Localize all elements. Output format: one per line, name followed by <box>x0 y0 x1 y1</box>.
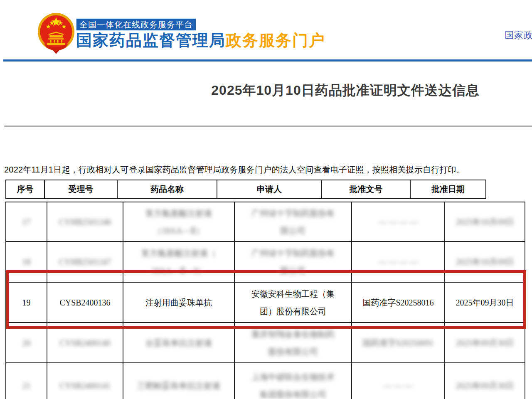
table-cell: 三靶帕妥珠单抗注射液 <box>123 363 234 399</box>
table-cell: — — — — <box>352 241 445 282</box>
national-platform-link[interactable]: 国家政务服务平台 <box>505 29 532 42</box>
table-cell: 安徽安科生物工程（集团）股份有限公司 <box>234 282 352 323</box>
table-cell: 复方氨基酸注射液（18AA—Ⅱ—9） <box>123 241 234 282</box>
table-row: 21CYSB2400141三靶帕妥珠单抗注射液上海中硕联合生物技术集团股份有限公… <box>6 363 525 399</box>
table-row-highlighted: 19CYSB2400136注射用曲妥珠单抗安徽安科生物工程（集团）股份有限公司国… <box>6 282 525 323</box>
table-cell: CYHB2501246 <box>47 202 123 241</box>
table-cell: 2025年10月09日 <box>445 202 525 241</box>
table-cell: 18 <box>6 241 47 282</box>
table-cell: CYHB2501247 <box>47 241 123 282</box>
agency-name: 国家药品监督管理局 <box>76 32 226 49</box>
table-cell: 广州绿十字制药股份有限公司 <box>234 202 352 241</box>
table-cell: 国药准字S20258016 <box>352 282 445 323</box>
table-cell: 上海中硕联合生物技术集团股份有限公司 <box>234 363 352 399</box>
table-cell: 重庆智翔金泰生物制药股份有限公司 <box>234 323 352 363</box>
column-header: 受理号 <box>44 180 117 199</box>
table-cell: 21 <box>6 363 47 399</box>
table-cell: 复方氨基酸注射液（18AA—Ⅱ） <box>123 202 234 241</box>
table-cell: 2025年09月30日 <box>445 323 525 363</box>
page: 全国一体化在线政务服务平台 国家药品监督管理局政务服务门户 国家政务服务平台 2… <box>0 0 532 399</box>
column-header: 药品名称 <box>117 180 217 199</box>
table-cell: 国药准字S20250091 <box>352 323 445 363</box>
table-cell: CYSB2400141 <box>47 363 123 399</box>
table-cell: CYSB2400140 <box>47 323 123 363</box>
approval-table: 17CYHB2501246复方氨基酸注射液（18AA—Ⅱ）广州绿十字制药股份有限… <box>5 202 525 399</box>
table-cell: 2025年09月30日 <box>445 363 525 399</box>
column-header: 批准文号 <box>322 180 410 199</box>
header-divider <box>3 59 532 62</box>
table-cell: 19 <box>6 282 47 323</box>
table-cell: CYSB2400136 <box>47 282 123 323</box>
page-title: 2025年10月10日药品批准证明文件送达信息 <box>0 81 532 100</box>
table-cell: — — — — <box>352 202 445 241</box>
notice-text: 2022年11月1日起，行政相对人可登录国家药品监督管理局政务服务门户的法人空间… <box>4 164 528 175</box>
table-cell: 2025年09月30日 <box>445 282 525 323</box>
column-header: 序号 <box>6 180 44 199</box>
column-header: 批准日期 <box>410 180 486 199</box>
table-row: 17CYHB2501246复方氨基酸注射液（18AA—Ⅱ）广州绿十字制药股份有限… <box>6 202 525 241</box>
table-cell: 台妥珠单抗注射液 <box>123 323 234 363</box>
table-row: 18CYHB2501247复方氨基酸注射液（18AA—Ⅱ—9）广州绿十字制药股份… <box>6 241 525 282</box>
site-logo-title[interactable]: 国家药品监督管理局政务服务门户 <box>76 30 325 51</box>
table-cell: — — — <box>352 363 445 399</box>
title-divider <box>4 126 532 127</box>
header-row: 序号受理号药品名称申请人批准文号批准日期 <box>6 180 486 199</box>
table-cell: 2025年10月09日 <box>445 241 525 282</box>
table-cell: 注射用曲妥珠单抗 <box>123 282 234 323</box>
national-emblem-icon <box>37 12 76 54</box>
table-cell: 20 <box>6 323 47 363</box>
table-cell: 广州绿十字制药股份有限公司 <box>234 241 352 282</box>
table-row: 20CYSB2400140台妥珠单抗注射液重庆智翔金泰生物制药股份有限公司国药准… <box>6 323 525 363</box>
table-cell: 17 <box>6 202 47 241</box>
approval-table-header: 序号受理号药品名称申请人批准文号批准日期 <box>5 180 486 199</box>
portal-name: 政务服务门户 <box>226 32 325 49</box>
platform-badge: 全国一体化在线政务服务平台 <box>76 18 196 31</box>
column-header: 申请人 <box>217 180 322 199</box>
